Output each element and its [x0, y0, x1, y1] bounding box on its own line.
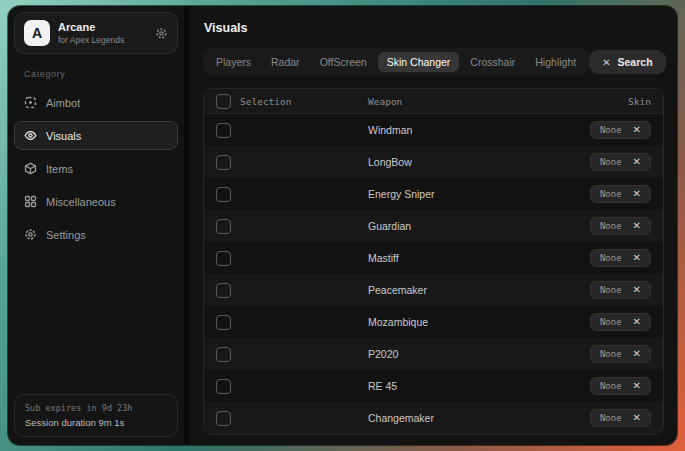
- row-checkbox[interactable]: [216, 379, 231, 394]
- clear-skin-icon[interactable]: ✕: [633, 253, 641, 263]
- skin-value: None: [600, 189, 622, 199]
- sidebar-item-label: Items: [46, 163, 73, 175]
- clear-skin-icon[interactable]: ✕: [633, 189, 641, 199]
- weapon-name: Peacemaker: [368, 284, 531, 296]
- row-checkbox[interactable]: [216, 347, 231, 362]
- sidebar-nav: AimbotVisualsItemsMiscellaneousSettings: [14, 86, 178, 251]
- weapon-name: Changemaker: [368, 412, 531, 424]
- clear-skin-icon[interactable]: ✕: [633, 285, 641, 295]
- row-checkbox[interactable]: [216, 411, 231, 426]
- sub-expires-text: Sub expires in 9d 23h: [25, 403, 167, 413]
- skin-value: None: [600, 349, 622, 359]
- weapon-name: P2020: [368, 348, 531, 360]
- clear-skin-icon[interactable]: ✕: [633, 413, 641, 423]
- grid-icon: [24, 195, 37, 208]
- select-all-checkbox[interactable]: [216, 94, 231, 109]
- skin-value: None: [600, 381, 622, 391]
- skin-selector[interactable]: None✕: [590, 409, 651, 427]
- column-weapon: Weapon: [368, 96, 531, 107]
- sidebar-item-miscellaneous[interactable]: Miscellaneous: [14, 187, 178, 216]
- session-duration-text: Session duration 9m 1s: [25, 417, 167, 428]
- skin-value: None: [600, 413, 622, 423]
- weapon-name: Windman: [368, 124, 531, 136]
- row-checkbox[interactable]: [216, 283, 231, 298]
- sidebar-item-visuals[interactable]: Visuals: [14, 121, 178, 150]
- table-row: ChangemakerNone✕: [204, 402, 663, 434]
- weapon-name: Guardian: [368, 220, 531, 232]
- clear-skin-icon[interactable]: ✕: [633, 157, 641, 167]
- table-row: LongBowNone✕: [204, 146, 663, 178]
- clear-skin-icon[interactable]: ✕: [633, 381, 641, 391]
- tab-skin-changer[interactable]: Skin Changer: [378, 52, 460, 72]
- app-header-card: A Arcane for Apex Legends: [14, 12, 178, 54]
- skin-value: None: [600, 157, 622, 167]
- skin-table: Selection Weapon Skin WindmanNone✕LongBo…: [203, 88, 664, 435]
- table-row: MastiffNone✕: [204, 242, 663, 274]
- box-icon: [24, 162, 37, 175]
- sidebar-item-label: Settings: [46, 229, 86, 241]
- sidebar-item-label: Miscellaneous: [46, 196, 116, 208]
- sidebar-item-aimbot[interactable]: Aimbot: [14, 88, 178, 117]
- table-row: MozambiqueNone✕: [204, 306, 663, 338]
- subscription-card: Sub expires in 9d 23h Session duration 9…: [14, 394, 178, 437]
- toolbar: PlayersRadarOffScreenSkin ChangerCrossha…: [203, 48, 664, 76]
- eye-icon: [24, 129, 37, 142]
- skin-selector[interactable]: None✕: [590, 121, 651, 139]
- column-selection: Selection: [240, 96, 291, 107]
- skin-selector[interactable]: None✕: [590, 281, 651, 299]
- sidebar-item-label: Aimbot: [46, 97, 80, 109]
- app-subtitle: for Apex Legends: [58, 35, 124, 46]
- skin-value: None: [600, 253, 622, 263]
- table-header: Selection Weapon Skin: [204, 89, 663, 114]
- tab-offscreen[interactable]: OffScreen: [311, 52, 376, 72]
- gear-icon: [24, 228, 37, 241]
- clear-skin-icon[interactable]: ✕: [633, 125, 641, 135]
- row-checkbox[interactable]: [216, 219, 231, 234]
- table-body: WindmanNone✕LongBowNone✕Energy SniperNon…: [204, 114, 663, 434]
- table-row: PeacemakerNone✕: [204, 274, 663, 306]
- column-skin: Skin: [531, 96, 651, 107]
- tab-players[interactable]: Players: [207, 52, 260, 72]
- row-checkbox[interactable]: [216, 123, 231, 138]
- row-checkbox[interactable]: [216, 187, 231, 202]
- skin-selector[interactable]: None✕: [590, 345, 651, 363]
- skin-selector[interactable]: None✕: [590, 377, 651, 395]
- skin-selector[interactable]: None✕: [590, 313, 651, 331]
- page-title: Visuals: [204, 21, 664, 35]
- app-logo: A: [24, 20, 50, 46]
- clear-skin-icon[interactable]: ✕: [633, 221, 641, 231]
- skin-value: None: [600, 317, 622, 327]
- app-name: Arcane: [58, 21, 124, 35]
- main-panel: Visuals PlayersRadarOffScreenSkin Change…: [190, 6, 677, 445]
- category-label: Category: [24, 69, 168, 79]
- clear-skin-icon[interactable]: ✕: [633, 317, 641, 327]
- weapon-name: Mastiff: [368, 252, 531, 264]
- row-checkbox[interactable]: [216, 251, 231, 266]
- search-x-icon: ✕: [602, 57, 610, 68]
- sidebar: A Arcane for Apex Legends Category Aimbo…: [8, 6, 184, 445]
- tab-radar[interactable]: Radar: [262, 52, 309, 72]
- row-checkbox[interactable]: [216, 155, 231, 170]
- search-button[interactable]: ✕ Search: [589, 50, 665, 74]
- clear-skin-icon[interactable]: ✕: [633, 349, 641, 359]
- sidebar-item-settings[interactable]: Settings: [14, 220, 178, 249]
- table-row: WindmanNone✕: [204, 114, 663, 146]
- skin-selector[interactable]: None✕: [590, 185, 651, 203]
- tab-crosshair[interactable]: Crosshair: [461, 52, 524, 72]
- crosshair-icon: [24, 96, 37, 109]
- tab-bar: PlayersRadarOffScreenSkin ChangerCrossha…: [203, 48, 589, 76]
- sidebar-item-items[interactable]: Items: [14, 154, 178, 183]
- table-row: P2020None✕: [204, 338, 663, 370]
- search-label: Search: [618, 56, 653, 68]
- weapon-name: RE 45: [368, 380, 531, 392]
- row-checkbox[interactable]: [216, 315, 231, 330]
- table-row: RE 45None✕: [204, 370, 663, 402]
- skin-selector[interactable]: None✕: [590, 217, 651, 235]
- skin-selector[interactable]: None✕: [590, 153, 651, 171]
- app-window: A Arcane for Apex Legends Category Aimbo…: [8, 6, 677, 445]
- skin-selector[interactable]: None✕: [590, 249, 651, 267]
- gear-icon[interactable]: [155, 27, 168, 40]
- skin-value: None: [600, 285, 622, 295]
- skin-value: None: [600, 221, 622, 231]
- tab-highlight[interactable]: Highlight: [526, 52, 585, 72]
